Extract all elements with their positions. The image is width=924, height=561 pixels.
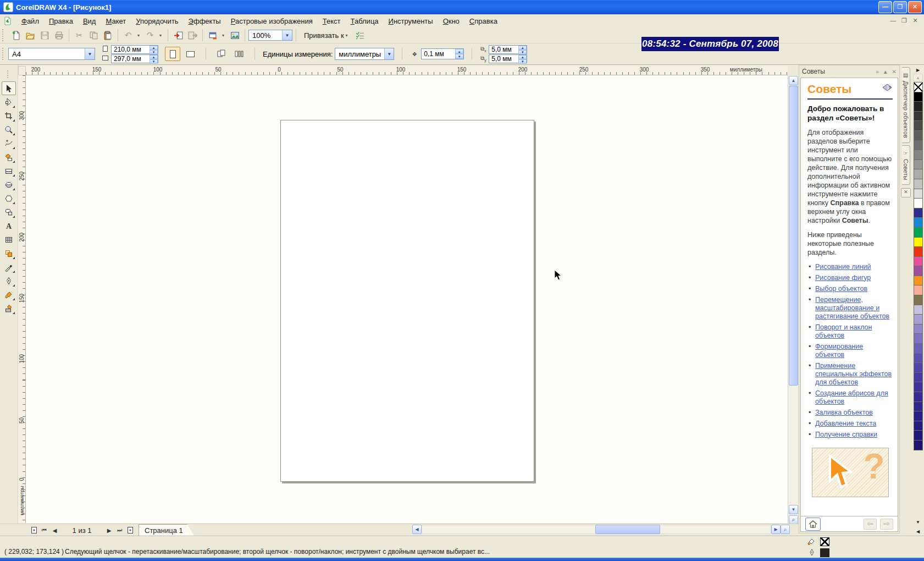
toolbox-grip[interactable] [7, 70, 11, 78]
palette-swatch[interactable] [914, 82, 923, 92]
palette-swatch[interactable] [914, 392, 923, 402]
palette-scroll-down-button[interactable]: ▼ [913, 518, 923, 526]
export-button[interactable] [186, 29, 199, 42]
navigator-button[interactable]: ⌕ [789, 515, 798, 524]
page-tab[interactable]: Страница 1 [139, 524, 195, 536]
property-bar-grip[interactable] [2, 48, 6, 60]
redo-dropdown[interactable]: ▾ [158, 29, 164, 42]
palette-swatch[interactable] [914, 411, 923, 421]
paper-type-combo[interactable]: A4 ▼ [8, 48, 95, 60]
palette-swatch[interactable] [914, 266, 923, 276]
tips-link[interactable]: Выбор объектов [807, 284, 893, 295]
print-button[interactable] [52, 29, 65, 42]
page-a4[interactable] [280, 120, 534, 482]
scroll-down-button[interactable]: ▼ [789, 505, 798, 514]
current-page-button[interactable] [231, 47, 247, 61]
palette-swatch[interactable] [914, 430, 923, 441]
paper-width-field[interactable]: 210,0 мм ▲▼ [111, 45, 158, 54]
welcome-screen-button[interactable] [228, 29, 241, 42]
palette-swatch[interactable] [914, 217, 923, 228]
tips-link[interactable]: Добавление текста [807, 419, 893, 430]
duplicate-x-spin[interactable]: ▲▼ [518, 46, 527, 53]
menu-text[interactable]: Текст [318, 15, 346, 27]
portrait-button[interactable] [165, 47, 180, 61]
basic-shapes-tool[interactable] [2, 205, 16, 219]
zoom-corner-button[interactable]: ⌕ [781, 525, 790, 534]
menu-help[interactable]: Справка [464, 15, 502, 27]
mdi-close-button[interactable]: ✕ [910, 16, 921, 26]
import-button[interactable] [171, 29, 185, 42]
palette-swatch[interactable] [914, 324, 923, 334]
palette-swatch[interactable] [914, 382, 923, 392]
collapse-icon[interactable]: ▲ [883, 69, 888, 75]
nudge-spin[interactable]: ▲▼ [455, 49, 463, 59]
palette-swatch[interactable] [914, 362, 923, 373]
duplicate-y-spin[interactable]: ▲▼ [518, 55, 527, 63]
nudge-field[interactable]: 0,1 мм ▲▼ [421, 48, 464, 59]
menu-window[interactable]: Окно [438, 15, 464, 27]
undo-button[interactable]: ↶ [121, 29, 135, 42]
application-launcher-dropdown[interactable]: ▾ [220, 29, 227, 42]
tips-link[interactable]: Рисование фигур [807, 273, 893, 284]
mdi-minimize-button[interactable]: — [888, 16, 899, 26]
first-page-button[interactable]: ⏮ [39, 525, 49, 536]
close-docker-icon[interactable]: ✕ [892, 69, 897, 75]
add-page-button[interactable] [125, 525, 135, 536]
horizontal-scrollbar[interactable]: ◀ ▶ ⌕ [412, 525, 790, 535]
shape-tool[interactable] [2, 95, 16, 109]
vertical-scrollbar[interactable]: ▲ ▼ ⌕ [788, 75, 798, 524]
close-tab-strip-icon[interactable]: ✕ [901, 188, 911, 197]
tips-link[interactable]: Перемещение, масштабирование и растягива… [807, 295, 893, 323]
fill-tool[interactable] [2, 288, 16, 301]
save-button[interactable] [38, 29, 51, 42]
duplicate-y-field[interactable]: 5,0 мм ▲▼ [489, 54, 527, 63]
all-pages-button[interactable] [214, 47, 229, 61]
fill-indicator[interactable] [807, 537, 829, 546]
close-button[interactable]: ✕ [908, 1, 922, 13]
restore-button[interactable]: ❐ [893, 1, 907, 13]
menu-tools[interactable]: Инструменты [384, 15, 438, 27]
cut-button[interactable]: ✂ [73, 29, 86, 42]
previous-page-button[interactable]: ◀ [49, 525, 60, 536]
paper-width-spin[interactable]: ▲▼ [150, 46, 158, 53]
palette-swatch[interactable] [914, 402, 923, 412]
pick-tool[interactable] [2, 81, 16, 95]
menu-table[interactable]: Таблица [346, 15, 384, 27]
interactive-fill-tool[interactable] [2, 301, 16, 315]
palette-swatch[interactable] [914, 246, 923, 257]
menu-arrange[interactable]: Упорядочить [131, 15, 183, 27]
horizontal-scroll-thumb[interactable] [595, 525, 660, 534]
menu-edit[interactable]: Правка [44, 15, 78, 27]
menu-bitmaps[interactable]: Растровые изображения [226, 15, 318, 27]
palette-swatch[interactable] [914, 256, 923, 267]
menu-layout[interactable]: Макет [101, 15, 131, 27]
palette-swatch[interactable] [914, 333, 923, 344]
tab-tips[interactable]: ☞ Советы [902, 145, 910, 185]
redo-button[interactable]: ↷ [143, 29, 157, 42]
palette-swatch[interactable] [914, 160, 923, 170]
palette-flyout-button[interactable]: ▶ [913, 66, 923, 74]
tips-link[interactable]: Применение специальных эффектов для объе… [807, 361, 893, 389]
last-page-button[interactable]: ⏭ [114, 525, 125, 536]
tips-link[interactable]: Рисование линий [807, 262, 893, 273]
palette-swatch[interactable] [914, 237, 923, 248]
polygon-tool[interactable] [2, 191, 16, 205]
drawing-canvas[interactable] [26, 75, 788, 523]
palette-scroll-up-button[interactable]: ▲ [913, 74, 923, 81]
units-combo[interactable]: миллиметры ▼ [335, 48, 394, 60]
outline-pen-tool[interactable] [2, 274, 16, 288]
menu-file[interactable]: Файл [16, 15, 44, 27]
help-book-icon[interactable]: ? [882, 82, 893, 92]
vertical-scroll-thumb[interactable] [789, 86, 798, 386]
menu-view[interactable]: Вид [78, 15, 101, 27]
fill-color-swatch[interactable] [820, 537, 829, 546]
palette-swatch[interactable] [914, 353, 923, 364]
snap-to-dropdown[interactable]: Привязать к ▾ [300, 31, 352, 40]
ellipse-tool[interactable] [2, 178, 16, 191]
palette-swatch[interactable] [914, 295, 923, 305]
toolbar-grip[interactable] [2, 29, 6, 41]
text-tool[interactable]: A [2, 219, 16, 233]
tips-link[interactable]: Формирование объектов [807, 342, 893, 361]
new-document-button[interactable] [9, 29, 23, 42]
open-button[interactable] [24, 29, 37, 42]
